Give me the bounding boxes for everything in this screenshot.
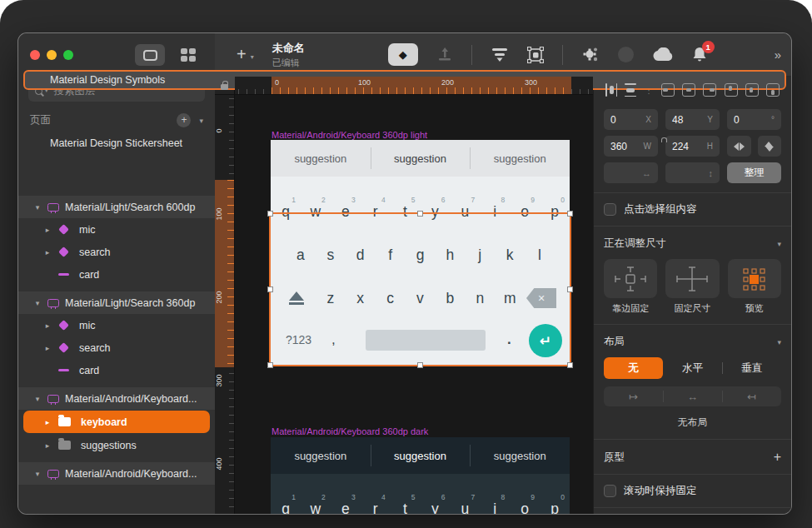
flip-horizontal-button[interactable]: [727, 136, 751, 157]
select-group-content-checkbox[interactable]: [604, 203, 616, 216]
add-prototype-button[interactable]: +: [774, 450, 781, 465]
resize-handle[interactable]: [417, 362, 423, 368]
y-position-field[interactable]: 48Y: [665, 109, 720, 130]
pages-header: 页面 + ▾: [18, 102, 215, 132]
layer-expand-chevron-icon[interactable]: ▾: [33, 203, 42, 212]
layout-collapse-chevron-icon[interactable]: ▾: [777, 338, 781, 346]
artboard-title-dark[interactable]: Material/Android/Keyboard 360dp dark: [271, 426, 428, 436]
layer-expand-chevron-icon[interactable]: ▸: [43, 441, 52, 450]
shift-key: [289, 281, 304, 315]
resizing-section-header: 正在调整尺寸 ▾: [604, 237, 781, 251]
zoom-window-button[interactable]: [63, 50, 73, 60]
artboard-title-light[interactable]: Material/Android/Keyboard 360dp light: [271, 130, 427, 140]
distribute-vertically-button[interactable]: [625, 83, 636, 97]
layout-horizontal-segment[interactable]: 水平: [663, 357, 722, 379]
layer-expand-chevron-icon[interactable]: ▸: [43, 248, 52, 257]
layer-item-mic[interactable]: ▸mic: [18, 314, 215, 336]
toolbar-overflow-button[interactable]: »: [775, 47, 780, 62]
layout-vertical-segment[interactable]: 垂直: [722, 357, 781, 379]
layer-expand-chevron-icon[interactable]: ▸: [43, 321, 52, 330]
layer-expand-chevron-icon[interactable]: ▾: [33, 299, 42, 307]
components-view-toggle[interactable]: [173, 44, 203, 66]
layer-item-search[interactable]: ▸search: [18, 336, 215, 359]
layer-expand-chevron-icon[interactable]: ▸: [43, 344, 52, 352]
key-number-hint: 0: [560, 196, 565, 204]
layer-item-material-light-search-360dp[interactable]: ▾Material/Light/Search 360dp: [18, 291, 215, 314]
layout-none-segment[interactable]: 无: [604, 357, 663, 379]
key-i: 8i: [480, 492, 510, 514]
close-window-button[interactable]: [30, 50, 40, 60]
distribute-horizontally-button[interactable]: [605, 83, 617, 97]
layout-arrange-left-icon[interactable]: ↦: [604, 386, 663, 406]
align-center-horizontal-button[interactable]: [682, 83, 695, 97]
layer-item-material-android-keyboard-[interactable]: ▾Material/Android/Keyboard...: [18, 387, 215, 410]
resizing-collapse-chevron-icon[interactable]: ▾: [777, 240, 781, 248]
ruler-corner[interactable]: [215, 77, 235, 95]
layer-item-card[interactable]: card: [18, 359, 215, 381]
layer-item-suggestions[interactable]: ▸suggestions: [18, 434, 215, 456]
resize-handle[interactable]: [267, 362, 273, 368]
rotation-field[interactable]: 0°: [727, 109, 781, 130]
layer-label: Material/Android/Keyboard...: [65, 393, 197, 405]
search-filter-chevron-icon[interactable]: ▾: [45, 87, 48, 94]
fixed-height-field[interactable]: ↕: [665, 162, 720, 183]
vertical-ruler[interactable]: 0100200300400: [215, 95, 235, 514]
resizing-title: 正在调整尺寸: [604, 237, 666, 251]
pages-collapse-chevron-icon[interactable]: ▾: [199, 117, 203, 125]
minimize-window-button[interactable]: [47, 50, 57, 60]
pin-to-edge-button[interactable]: [604, 259, 657, 298]
layer-item-material-android-keyboard-[interactable]: ▾Material/Android/Keyboard...: [18, 462, 215, 485]
layout-arrange-center-icon[interactable]: ↔: [663, 386, 722, 406]
x-position-field[interactable]: 0X: [604, 109, 658, 130]
canvas-view-toggle[interactable]: [135, 44, 165, 66]
align-distribute-button[interactable]: [491, 47, 509, 62]
align-left-button[interactable]: [661, 83, 675, 97]
page-item[interactable]: Material Design Stickersheet: [25, 133, 208, 153]
flip-vertical-button[interactable]: [758, 136, 782, 157]
keyboard-group[interactable]: 1q2w3e4r5t6y7u8i9o0p asdfghjkl ✕ zxcvbnm…: [271, 177, 570, 365]
layer-expand-chevron-icon[interactable]: ▾: [33, 470, 42, 478]
layout-arrange-right-icon[interactable]: ↤: [722, 386, 781, 406]
height-field[interactable]: 224H: [665, 136, 720, 157]
distribute-icon[interactable]: [436, 47, 453, 62]
fixed-size-button[interactable]: [665, 259, 719, 298]
layer-item-search[interactable]: ▸search: [18, 241, 215, 263]
align-middle-vertical-button[interactable]: [745, 83, 759, 97]
layer-expand-chevron-icon[interactable]: ▾: [33, 395, 42, 403]
create-symbol-button[interactable]: ◆: [388, 43, 418, 66]
space-key: [366, 330, 486, 351]
tidy-button[interactable]: 整理: [727, 162, 781, 183]
group-selection-button[interactable]: [527, 47, 544, 63]
key-b: b: [435, 281, 465, 315]
canvas-viewport[interactable]: Material/Android/Keyboard 360dp light su…: [235, 95, 593, 514]
artboard-keyboard-light[interactable]: suggestionsuggestionsuggestion 1q2w3e4r5…: [271, 140, 570, 365]
keyboard-group[interactable]: 1q2w3e4r5t6y7u8i9o0p: [271, 474, 570, 514]
resize-handle[interactable]: [567, 362, 573, 368]
add-page-button[interactable]: +: [177, 113, 191, 127]
width-field[interactable]: 360W: [604, 136, 658, 157]
layer-item-keyboard[interactable]: ▸keyboard: [23, 411, 210, 433]
notifications-button[interactable]: 1: [692, 47, 707, 62]
layer-expand-chevron-icon[interactable]: ▸: [43, 418, 52, 426]
horizontal-ruler[interactable]: 0100200300: [235, 77, 593, 95]
pin-to-edge-label: 靠边固定: [604, 302, 657, 315]
key-w: 2w: [301, 195, 331, 228]
artboard-keyboard-dark[interactable]: suggestionsuggestionsuggestion 1q2w3e4r5…: [271, 437, 570, 514]
align-bottom-button[interactable]: [766, 83, 780, 97]
layer-item-material-light-search-600dp[interactable]: ▾Material/Light/Search 600dp: [18, 196, 215, 218]
select-group-content-row: 点击选择组内容: [604, 202, 781, 217]
detach-symbol-button[interactable]: [581, 47, 600, 63]
insert-button[interactable]: +: [237, 45, 247, 64]
cloud-share-button[interactable]: [652, 47, 674, 62]
layer-expand-chevron-icon[interactable]: ▸: [43, 226, 52, 234]
align-top-button[interactable]: [725, 83, 738, 97]
search-input[interactable]: ▾ 搜索图层: [28, 80, 205, 102]
insert-chevron-icon[interactable]: ▾: [251, 53, 254, 61]
preview-icon[interactable]: [618, 47, 634, 62]
align-right-button[interactable]: [703, 83, 716, 97]
layer-list: ▾Material/Light/Search 600dp▸mic▸searchc…: [18, 196, 215, 514]
layer-item-card[interactable]: card: [18, 263, 215, 286]
fixed-width-field[interactable]: ↔: [604, 162, 658, 183]
pin-scroll-checkbox[interactable]: [604, 485, 616, 497]
layer-item-mic[interactable]: ▸mic: [18, 218, 215, 241]
